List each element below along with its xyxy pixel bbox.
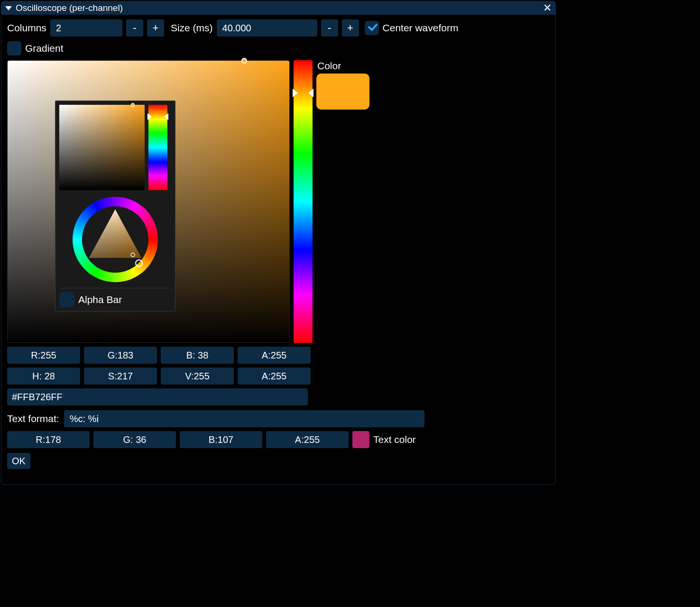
hsv-a-input[interactable]: A:255 [238,368,311,385]
text-format-label: Text format: [7,413,59,424]
columns-input[interactable]: 2 [50,19,122,37]
b-input[interactable]: B: 38 [161,347,234,364]
hue-bar[interactable] [294,60,313,343]
size-plus-button[interactable]: + [342,19,359,37]
columns-label: Columns [7,22,46,34]
inset-sv-field[interactable] [59,105,145,190]
close-icon[interactable]: ✕ [543,3,552,13]
sv-indicator[interactable] [241,58,247,64]
gradient-label: Gradient [25,43,64,54]
text-format-row: Text format: %c: %i [7,410,550,427]
alpha-bar-checkbox[interactable] [59,292,74,307]
hsva-row: H: 28 S:217 V:255 A:255 [7,368,550,385]
text-color-swatch[interactable] [352,431,369,448]
gradient-checkbox[interactable] [7,41,21,55]
sv-triangle[interactable] [84,206,146,267]
color-swatch[interactable] [316,74,369,110]
ok-button[interactable]: OK [7,453,30,469]
text-r-input[interactable]: R:178 [7,431,90,448]
inset-hue-arrow-right-icon [164,113,168,120]
window-title: Oscilloscope (per-channel) [16,3,123,13]
v-input[interactable]: V:255 [161,368,234,385]
rgba-row: R:255 G:183 B: 38 A:255 [7,347,550,364]
hue-wheel-indicator[interactable] [135,259,143,267]
hue-arrow-right-icon [308,89,313,97]
g-input[interactable]: G:183 [84,347,157,364]
hue-arrow-left-icon [293,89,298,97]
text-b-input[interactable]: B:107 [180,431,262,448]
h-input[interactable]: H: 28 [7,368,80,385]
text-color-label: Text color [373,434,416,445]
sv-field[interactable]: Alpha Bar [7,60,290,343]
gradient-row: Gradient [7,41,550,55]
inset-hue-bar[interactable] [148,105,167,190]
columns-plus-button[interactable]: + [147,19,164,37]
size-label: Size (ms) [171,22,213,34]
hue-wheel[interactable] [73,197,158,282]
text-a-input[interactable]: A:255 [266,431,349,448]
hex-input[interactable]: #FFB726FF [7,388,308,405]
alpha-bar-label: Alpha Bar [78,294,122,305]
svg-marker-1 [89,210,141,258]
center-waveform-label: Center waveform [383,22,459,34]
text-format-input[interactable]: %c: %i [64,410,424,427]
inset-sv-indicator[interactable] [131,103,135,107]
a-input[interactable]: A:255 [238,347,311,364]
inset-color-picker-panel: Alpha Bar [55,101,175,312]
text-color-row: R:178 G: 36 B:107 A:255 Text color [7,431,550,448]
s-input[interactable]: S:217 [84,368,157,385]
color-picker-area: Alpha Bar Color [7,60,550,343]
r-input[interactable]: R:255 [7,347,80,364]
color-label: Color [317,60,369,72]
hex-row: #FFB726FF [7,388,550,405]
columns-minus-button[interactable]: - [126,19,143,37]
size-minus-button[interactable]: - [321,19,338,37]
oscilloscope-settings-window: Oscilloscope (per-channel) ✕ Columns 2 -… [1,1,556,485]
titlebar[interactable]: Oscilloscope (per-channel) ✕ [1,1,555,15]
size-input[interactable]: 40.000 [217,19,317,37]
collapse-triangle-icon[interactable] [5,6,12,10]
text-g-input[interactable]: G: 36 [93,431,176,448]
check-icon [367,23,377,33]
center-waveform-checkbox[interactable] [365,21,379,35]
top-controls-row: Columns 2 - + Size (ms) 40.000 - + Cente… [7,19,550,37]
inset-hue-arrow-left-icon [147,113,152,120]
